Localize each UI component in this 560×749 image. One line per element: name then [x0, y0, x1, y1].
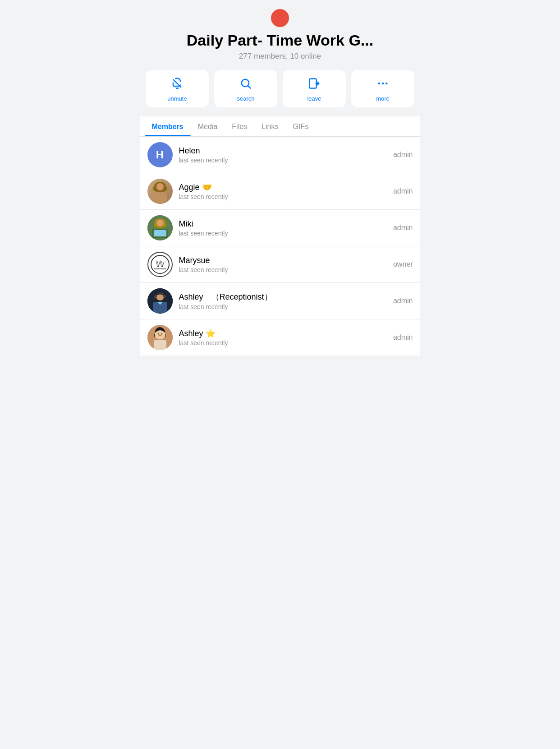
- member-name: Ashley ⭐: [179, 328, 390, 338]
- svg-point-14: [156, 220, 163, 227]
- search-icon: [239, 77, 252, 92]
- member-status: last seen recently: [179, 193, 390, 200]
- member-info: Ashley ⭐ last seen recently: [179, 328, 390, 347]
- aggie-emoji: 🤝: [202, 182, 212, 192]
- member-info: Aggie 🤝 last seen recently: [179, 182, 390, 200]
- member-name: Helen: [179, 146, 390, 156]
- member-status: last seen recently: [179, 157, 390, 164]
- avatar: H: [147, 142, 173, 167]
- svg-rect-27: [154, 340, 166, 350]
- member-info: Miki last seen recently: [179, 219, 390, 237]
- unmute-label: unmute: [167, 95, 187, 102]
- member-role: admin: [393, 297, 413, 305]
- list-item[interactable]: Miki last seen recently admin: [140, 210, 420, 246]
- member-info: Marysue last seen recently: [179, 256, 390, 273]
- search-button[interactable]: search: [214, 70, 277, 107]
- svg-point-9: [156, 183, 164, 190]
- group-subtitle: 277 members, 10 online: [239, 52, 321, 61]
- list-item[interactable]: Ashley （Receptionist） last seen recently…: [140, 283, 420, 319]
- svg-point-29: [161, 333, 162, 334]
- avatar: 𝕎: [147, 252, 173, 277]
- ashley-star-emoji: ⭐: [206, 328, 216, 338]
- member-status: last seen recently: [179, 266, 390, 273]
- member-name: Ashley （Receptionist）: [179, 291, 390, 302]
- member-name: Miki: [179, 219, 390, 229]
- avatar: [147, 179, 173, 204]
- leave-icon: [308, 77, 321, 92]
- svg-point-2: [378, 83, 381, 85]
- unmute-button[interactable]: unmute: [146, 70, 209, 107]
- search-label: search: [237, 95, 254, 102]
- member-role: owner: [393, 260, 413, 268]
- tabs-row: Members Media Files Links GIFs: [140, 116, 420, 136]
- header: Daily Part- Time Work G... 277 members, …: [140, 0, 420, 70]
- list-item[interactable]: Aggie 🤝 last seen recently admin: [140, 173, 420, 210]
- member-status: last seen recently: [179, 230, 390, 237]
- svg-text:𝕎: 𝕎: [156, 259, 165, 268]
- tab-gifs[interactable]: GIFs: [285, 116, 316, 136]
- more-button[interactable]: more: [351, 70, 414, 107]
- bell-off-icon: [171, 77, 184, 92]
- svg-point-28: [157, 333, 158, 334]
- tabs-container: Members Media Files Links GIFs: [140, 116, 420, 137]
- svg-point-6: [153, 191, 167, 204]
- svg-point-4: [386, 83, 388, 85]
- tab-links[interactable]: Links: [254, 116, 285, 136]
- more-label: more: [376, 95, 390, 102]
- members-list: H Helen last seen recently admin: [140, 137, 420, 356]
- tab-media[interactable]: Media: [191, 116, 225, 136]
- member-role: admin: [393, 151, 413, 159]
- group-icon: [271, 9, 289, 27]
- member-info: Ashley （Receptionist） last seen recently: [179, 291, 390, 310]
- member-role: admin: [393, 333, 413, 342]
- list-item[interactable]: 𝕎 Marysue last seen recently owner: [140, 246, 420, 283]
- leave-button[interactable]: leave: [283, 70, 346, 107]
- member-name: Marysue: [179, 256, 390, 265]
- group-title: Daily Part- Time Work G...: [187, 32, 373, 49]
- list-item[interactable]: H Helen last seen recently admin: [140, 137, 420, 173]
- member-role: admin: [393, 224, 413, 232]
- member-info: Helen last seen recently: [179, 146, 390, 164]
- svg-rect-16: [154, 230, 166, 236]
- svg-point-23: [163, 295, 166, 298]
- ellipsis-icon: [376, 77, 389, 92]
- member-status: last seen recently: [179, 303, 390, 310]
- leave-label: leave: [307, 95, 321, 102]
- svg-point-3: [382, 83, 384, 85]
- list-item[interactable]: Ashley ⭐ last seen recently admin: [140, 319, 420, 356]
- avatar: [147, 288, 173, 314]
- avatar: [147, 215, 173, 240]
- member-status: last seen recently: [179, 339, 390, 347]
- tab-files[interactable]: Files: [225, 116, 254, 136]
- member-role: admin: [393, 187, 413, 195]
- member-name: Aggie 🤝: [179, 182, 390, 192]
- avatar: [147, 325, 173, 350]
- tab-members[interactable]: Members: [145, 116, 191, 136]
- action-buttons-row: unmute search leave more: [140, 70, 420, 116]
